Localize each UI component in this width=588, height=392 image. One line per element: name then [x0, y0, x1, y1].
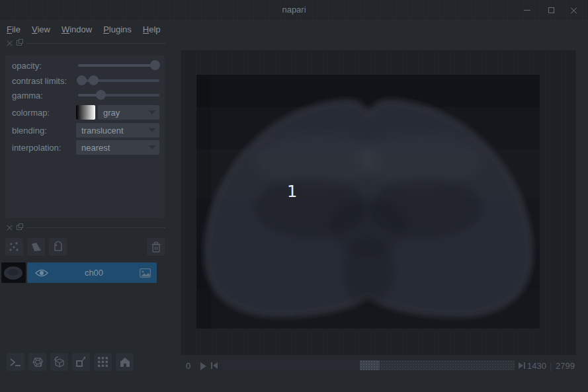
contrast-high-handle[interactable]	[89, 75, 99, 85]
interpolation-value: nearest	[81, 143, 110, 153]
contrast-low-handle[interactable]	[77, 75, 87, 85]
layer-controls-panel: opacity: contrast limits: gamma: colorma…	[5, 56, 165, 218]
dim-axis-label: 0	[186, 361, 190, 371]
colormap-dropdown[interactable]: gray	[98, 105, 159, 120]
dims-slider-row: 0 1430 | 2799	[181, 359, 588, 373]
thumbnail-image	[1, 262, 26, 283]
image-layer-type-icon	[140, 268, 151, 278]
grid-view-button[interactable]	[94, 353, 112, 371]
contrast-limits-label: contrast limits:	[12, 76, 67, 86]
minimize-icon	[524, 10, 530, 11]
dim-slider-remainder	[380, 360, 515, 370]
dock-separator	[26, 43, 165, 44]
ndisplay-toggle-button[interactable]	[28, 353, 46, 371]
new-points-layer-button[interactable]	[5, 238, 23, 256]
layer-thumbnail	[1, 262, 26, 283]
dock-float-icon[interactable]	[17, 225, 22, 230]
menu-file[interactable]: File	[7, 22, 28, 37]
chevron-down-icon	[149, 145, 155, 149]
points-icon	[9, 241, 21, 253]
home-icon	[119, 356, 131, 368]
colormap-label: colormap:	[12, 108, 50, 118]
menu-view[interactable]: View	[32, 22, 58, 37]
tag-icon	[52, 241, 64, 253]
opacity-label: opacity:	[12, 61, 42, 71]
skip-to-start-button[interactable]	[210, 362, 220, 371]
dim-slider-track[interactable]	[222, 360, 515, 370]
new-labels-layer-button[interactable]	[49, 238, 67, 256]
blending-value: translucent	[81, 126, 124, 136]
dock-float-icon[interactable]	[17, 40, 22, 46]
chevron-down-icon	[149, 128, 155, 132]
layer-name: ch00	[48, 268, 140, 278]
dim-separator: |	[550, 361, 552, 371]
menu-bar: File View Window Plugins Help	[0, 20, 588, 38]
minimize-button[interactable]	[519, 3, 535, 17]
colormap-gradient-swatch	[76, 105, 95, 120]
close-icon	[571, 7, 577, 13]
cube-3d-icon	[32, 356, 44, 368]
colormap-value: gray	[103, 108, 120, 118]
maximize-icon	[548, 7, 554, 13]
interpolation-label: interpolation:	[12, 143, 61, 153]
dock-close-icon[interactable]	[7, 40, 13, 46]
window-title: napari	[0, 5, 588, 15]
napari-window: { "window": { "title": "napari" }, "menu…	[0, 0, 588, 392]
opacity-slider-fill	[78, 64, 155, 67]
blending-label: blending:	[12, 126, 47, 136]
gamma-slider[interactable]	[78, 94, 159, 97]
visibility-eye-icon[interactable]	[35, 268, 48, 278]
viewer-canvas[interactable]: 1	[181, 50, 576, 355]
layer-list-dock-header	[5, 224, 165, 232]
delete-layer-button[interactable]	[147, 238, 165, 256]
console-button[interactable]	[7, 353, 24, 371]
home-reset-view-button[interactable]	[116, 353, 134, 371]
new-shapes-layer-button[interactable]	[27, 238, 45, 256]
trash-icon	[150, 241, 162, 253]
title-bar: napari	[0, 0, 588, 20]
maximize-button[interactable]	[543, 3, 559, 17]
grid-icon	[97, 356, 108, 368]
close-button[interactable]	[566, 3, 581, 17]
play-button[interactable]	[198, 362, 208, 371]
transpose-dimensions-button[interactable]	[72, 353, 90, 371]
opacity-slider[interactable]	[78, 64, 159, 67]
contrast-limits-slider[interactable]	[78, 79, 159, 82]
menu-plugins[interactable]: Plugins	[103, 22, 139, 37]
dock-close-icon[interactable]	[7, 225, 13, 231]
play-icon	[200, 362, 206, 370]
menu-window[interactable]: Window	[62, 22, 99, 37]
gamma-slider-handle[interactable]	[96, 90, 106, 100]
layer-row-ch00[interactable]: ch00	[27, 262, 157, 283]
dim-current-value: 1430	[527, 361, 546, 371]
console-icon	[9, 357, 22, 368]
roll-dimensions-button[interactable]	[50, 353, 68, 371]
shapes-icon	[30, 241, 42, 253]
dim-total-value: 2799	[556, 361, 575, 371]
interpolation-dropdown[interactable]: nearest	[76, 140, 159, 155]
menu-help[interactable]: Help	[143, 22, 168, 37]
dim-slider-handle[interactable]	[360, 360, 380, 370]
skip-start-icon	[210, 362, 218, 370]
roll-cube-icon	[53, 356, 66, 368]
layer-controls-dock-header	[5, 40, 165, 48]
dock-separator	[26, 227, 165, 228]
brain-slice-image	[181, 50, 576, 355]
transpose-icon	[75, 356, 87, 368]
skip-to-end-button[interactable]	[518, 362, 527, 371]
gamma-label: gamma:	[12, 91, 43, 100]
blending-dropdown[interactable]: translucent	[76, 123, 159, 137]
skip-end-icon	[518, 362, 526, 370]
opacity-slider-handle[interactable]	[150, 60, 160, 70]
chevron-down-icon	[149, 110, 155, 114]
slice-number-overlay: 1	[287, 182, 297, 201]
